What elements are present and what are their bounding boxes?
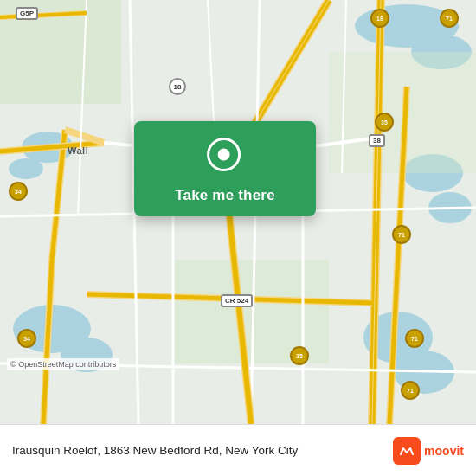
nj71-shield-top: 71 <box>440 9 459 28</box>
info-bar: Irausquin Roelof, 1863 New Bedford Rd, N… <box>0 424 476 476</box>
nj71-shield-mid: 71 <box>392 225 411 244</box>
moovit-logo: moovit <box>393 437 464 465</box>
g5p-badge: G5P <box>16 7 38 20</box>
osm-attribution: © OpenStreetMap contributors <box>7 358 119 370</box>
nj71-shield-lower: 71 <box>405 329 424 348</box>
moovit-text: moovit <box>424 444 464 458</box>
address-text: Irausquin Roelof, 1863 New Bedford Rd, N… <box>12 444 393 457</box>
svg-point-4 <box>9 158 43 179</box>
nj18-shield-top: 18 <box>370 9 389 28</box>
wall-label: Wall <box>68 145 88 156</box>
nj35-shield-upper: 35 <box>375 113 394 132</box>
location-pin <box>199 130 250 181</box>
r18-badge: 18 <box>169 78 186 95</box>
nj35-shield-lower: 35 <box>290 346 309 365</box>
nj34-shield-left: 34 <box>9 182 28 201</box>
svg-rect-48 <box>398 442 415 460</box>
svg-point-47 <box>215 146 233 164</box>
map-container: G5P 18 71 34 34 35 38 18 71 71 35 71 <box>0 0 476 424</box>
take-me-there-label: Take me there <box>175 187 275 204</box>
r38-badge: 38 <box>369 134 385 147</box>
cr524-badge: CR 524 <box>221 294 253 307</box>
moovit-icon <box>393 437 421 465</box>
action-card[interactable]: Take me there <box>134 121 316 216</box>
nj34-shield-lower: 34 <box>17 329 36 348</box>
nj71-shield-lowest: 71 <box>401 381 420 400</box>
